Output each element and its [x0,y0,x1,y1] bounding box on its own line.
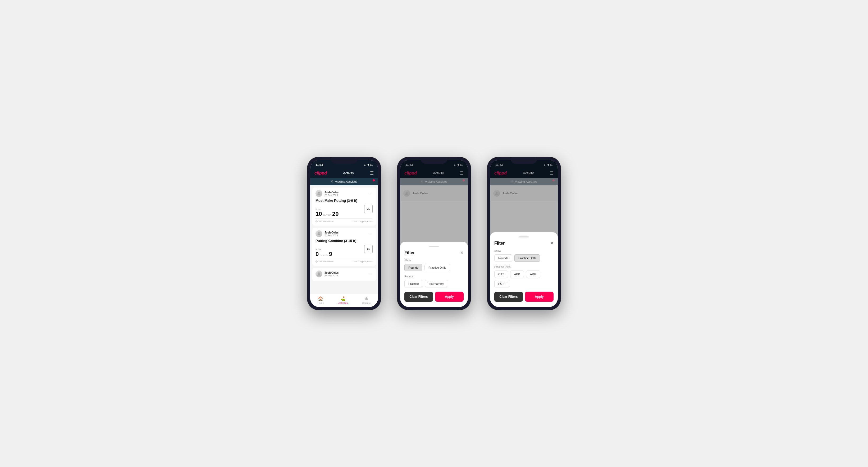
modal-header-3: Filter ✕ [494,241,554,246]
rounds-btn-3[interactable]: Rounds [494,254,512,262]
clear-filters-btn-3[interactable]: Clear Filters [494,292,523,302]
score-value-1: 10 [315,211,322,217]
activity-card-3: Josh Coles 28 Feb 2023 ··· [312,268,376,281]
user-info-1: Josh Coles 28 Feb 2023 [324,191,339,196]
phone-2: 11:33 ▲ ◀ 31 clippd Activity ☰ ⚙ Viewing… [397,157,471,310]
card-user-2: Josh Coles 28 Feb 2023 [315,230,339,237]
shot-quality-badge-1: 75 [364,205,373,213]
more-dots-2[interactable]: ··· [369,232,373,236]
card-header-2: Josh Coles 28 Feb 2023 ··· [315,230,373,237]
practice-btn-2[interactable]: Practice [404,280,423,287]
user-date-3: 28 Feb 2023 [324,274,339,277]
practice-drills-btn-2[interactable]: Practice Drills [425,264,450,271]
card-title-2: Putting Combine (3-15 ft) [315,239,373,243]
notch-1 [331,157,357,164]
nav-activities-1[interactable]: ⛳ Activities [338,296,348,304]
shots-value-1: 20 [332,211,339,217]
modal-handle-2 [429,246,439,247]
user-name-2: Josh Coles [324,231,339,234]
out-of-2: OUT OF [319,254,329,256]
putt-btn-3[interactable]: PUTT [494,280,510,287]
stat-group-score-2: Score 0 OUT OF 9 [315,248,332,257]
screen-3: 11:33 ▲ ◀ 31 clippd Activity ☰ ⚙ Viewing… [490,160,558,307]
activities-label-1: Activities [338,302,348,304]
viewing-bar-1[interactable]: ⚙ Viewing Activities [310,178,378,185]
score-label-1: Score [315,208,339,211]
user-name-1: Josh Coles [324,191,339,194]
card-stats-1: Score 10 OUT OF 20 75 [315,205,373,217]
more-dots-1[interactable]: ··· [369,191,373,196]
screen-1: 11:33 ▲ ◀ 31 clippd Activity ☰ ⚙ Viewing… [310,160,378,307]
status-time-1: 11:33 [315,163,323,166]
filter-modal-2: Filter ✕ Show Rounds Practice Drills Rou… [400,242,468,307]
capture-label-1: Capture [362,302,371,304]
app-header-1: clippd Activity ☰ [310,168,378,178]
show-label-3: Show [494,249,554,252]
notch-3 [511,157,537,164]
show-buttons-3: Rounds Practice Drills [494,254,554,262]
wifi-icon: ◀ [367,163,369,166]
shot-quality-value-2: 45 [367,248,370,251]
phone-3: 11:33 ▲ ◀ 31 clippd Activity ☰ ⚙ Viewing… [487,157,561,310]
rounds-label-2: Rounds [404,275,464,278]
more-dots-3[interactable]: ··· [369,272,373,276]
tournament-btn-2[interactable]: Tournament [425,280,448,287]
modal-handle-3 [519,237,529,238]
ott-btn-3[interactable]: OTT [494,271,508,278]
out-of-1: OUT OF [322,214,332,216]
avatar-2 [315,230,322,237]
user-name-3: Josh Coles [324,271,339,274]
viewing-bar-text-1: Viewing Activities [335,180,357,183]
activity-card-2: Josh Coles 28 Feb 2023 ··· Putting Combi… [312,228,376,266]
info-text-1: ⓘ Test Information [315,220,334,223]
modal-close-2[interactable]: ✕ [460,250,464,255]
avatar-3 [315,271,322,277]
notch-2 [421,157,447,164]
notification-dot-1 [373,179,375,181]
bottom-nav-1: 🏠 Home ⛳ Activities ⊕ Capture [310,294,378,307]
data-text-1: Data: Clippd Capture [353,220,373,223]
card-footer-1: ⓘ Test Information Data: Clippd Capture [315,218,373,223]
svg-point-0 [318,192,320,193]
battery-icon: 31 [370,163,373,166]
stat-group-score-1: Score 10 OUT OF 20 [315,208,339,217]
practice-drills-label-3: Practice Drills [494,266,554,269]
modal-footer-2: Clear Filters Apply [404,292,464,302]
shot-quality-value-1: 75 [367,207,370,211]
user-date-1: 28 Feb 2023 [324,194,339,196]
modal-close-3[interactable]: ✕ [550,241,554,246]
card-stats-2: Score 0 OUT OF 9 45 [315,245,373,257]
svg-point-1 [318,232,320,234]
practice-drills-buttons-3: OTT APP ARG PUTT [494,271,554,287]
apply-btn-2[interactable]: Apply [435,292,464,302]
rounds-btn-2[interactable]: Rounds [404,264,422,271]
card-user-3: Josh Coles 28 Feb 2023 [315,271,339,277]
menu-icon-1[interactable]: ☰ [370,170,374,176]
app-btn-3[interactable]: APP [510,271,524,278]
shot-quality-badge-2: 45 [364,245,373,253]
card-header-1: Josh Coles 28 Feb 2023 ··· [315,190,373,197]
info-text-2: ⓘ Test Information [315,260,334,263]
avatar-1 [315,190,322,197]
screen-2: 11:33 ▲ ◀ 31 clippd Activity ☰ ⚙ Viewing… [400,160,468,307]
modal-footer-3: Clear Filters Apply [494,292,554,302]
apply-btn-3[interactable]: Apply [525,292,554,302]
user-info-3: Josh Coles 28 Feb 2023 [324,271,339,277]
card-footer-2: ⓘ Test Information Data: Clippd Capture [315,259,373,263]
arg-btn-3[interactable]: ARG [526,271,540,278]
home-label-1: Home [317,302,324,304]
filter-icon-1: ⚙ [331,180,334,183]
nav-home-1[interactable]: 🏠 Home [317,296,324,304]
header-title-1: Activity [343,171,354,175]
logo-1: clippd [314,171,327,176]
status-icons-1: ▲ ◀ 31 [364,163,373,166]
show-buttons-2: Rounds Practice Drills [404,264,464,271]
score-value-2: 0 [315,251,319,257]
activity-content-1: Josh Coles 28 Feb 2023 ··· Must Make Put… [310,185,378,294]
modal-title-3: Filter [494,241,505,246]
signal-icon: ▲ [364,163,366,166]
modal-title-2: Filter [404,250,415,255]
practice-drills-btn-3[interactable]: Practice Drills [515,254,540,262]
nav-capture-1[interactable]: ⊕ Capture [362,296,371,304]
clear-filters-btn-2[interactable]: Clear Filters [404,292,433,302]
